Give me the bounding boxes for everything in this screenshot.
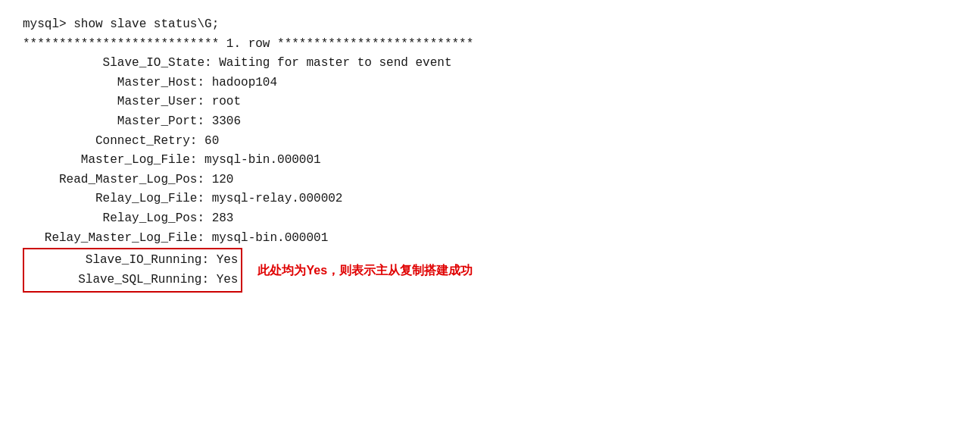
- highlighted-container: Slave_IO_Running: Yes Slave_SQL_Running:…: [27, 251, 238, 290]
- terminal-content: mysql> show slave status\G; ************…: [23, 15, 957, 293]
- highlighted-row: Slave_IO_Running: Yes Slave_SQL_Running:…: [23, 248, 957, 293]
- separator-line: *************************** 1. row *****…: [23, 35, 957, 55]
- field-line: Relay_Log_File: mysql-relay.000002: [23, 189, 957, 209]
- field-line: Master_Log_File: mysql-bin.000001: [23, 151, 957, 171]
- field-line: Relay_Log_Pos: 283: [23, 209, 957, 229]
- field-line: Relay_Master_Log_File: mysql-bin.000001: [23, 229, 957, 249]
- highlighted-field-line: Slave_IO_Running: Yes: [27, 251, 238, 271]
- field-line: Master_Port: 3306: [23, 112, 957, 132]
- field-line: Read_Master_Log_Pos: 120: [23, 171, 957, 190]
- field-line: Master_User: root: [23, 92, 957, 112]
- highlighted-field-line: Slave_SQL_Running: Yes: [27, 271, 238, 290]
- annotation-text: 此处均为Yes，则表示主从复制搭建成功: [257, 261, 473, 280]
- field-line: Connect_Retry: 60: [23, 132, 957, 152]
- terminal-container: mysql> show slave status\G; ************…: [0, 0, 980, 429]
- field-line: Slave_IO_State: Waiting for master to se…: [23, 54, 957, 74]
- field-line: Master_Host: hadoop104: [23, 74, 957, 93]
- fields-container: Slave_IO_State: Waiting for master to se…: [23, 54, 957, 248]
- highlighted-box: Slave_IO_Running: Yes Slave_SQL_Running:…: [23, 248, 242, 293]
- command-line: mysql> show slave status\G;: [23, 15, 957, 35]
